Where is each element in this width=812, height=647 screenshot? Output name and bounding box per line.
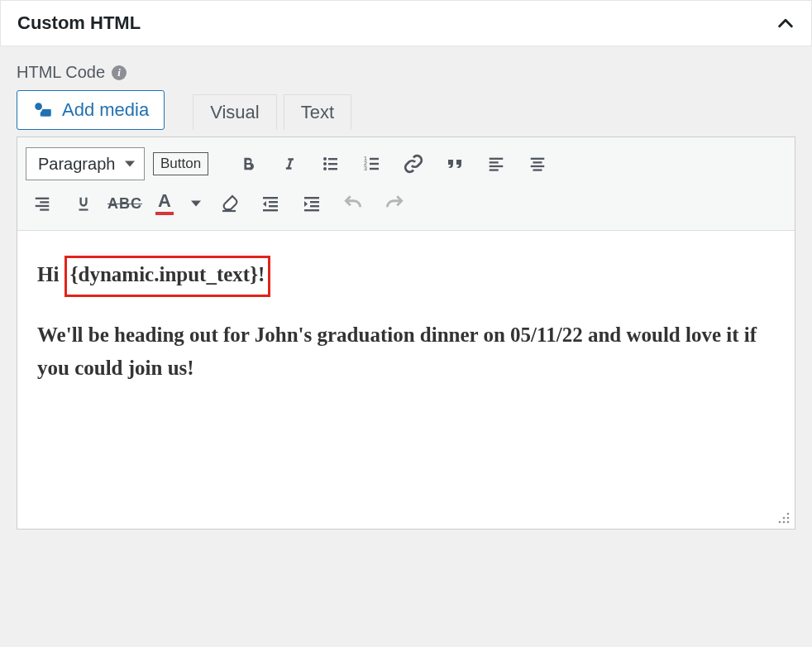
svg-rect-9 (370, 158, 379, 160)
bold-button[interactable] (232, 147, 265, 180)
editor-box: Paragraph Button 123 (17, 137, 795, 530)
svg-point-2 (323, 157, 327, 161)
svg-rect-34 (304, 209, 319, 211)
strikethrough-button[interactable]: ABC (108, 187, 141, 220)
svg-rect-15 (490, 161, 499, 163)
svg-rect-1 (42, 109, 51, 117)
svg-rect-19 (533, 161, 542, 163)
svg-rect-20 (531, 165, 545, 167)
svg-rect-13 (370, 168, 379, 170)
svg-rect-27 (263, 197, 278, 199)
svg-rect-16 (490, 165, 504, 167)
clear-formatting-button[interactable] (213, 187, 246, 220)
svg-rect-11 (370, 163, 379, 165)
bullet-list-button[interactable] (314, 147, 347, 180)
blockquote-button[interactable] (438, 147, 471, 180)
svg-point-40 (779, 521, 781, 524)
link-button[interactable] (397, 147, 430, 180)
svg-rect-29 (269, 205, 278, 207)
svg-rect-28 (269, 201, 278, 203)
svg-rect-31 (304, 197, 319, 199)
svg-rect-14 (490, 158, 504, 160)
info-icon[interactable]: i (112, 65, 127, 80)
align-right-button[interactable] (26, 187, 59, 220)
undo-button[interactable] (337, 187, 370, 220)
panel-header[interactable]: Custom HTML (1, 1, 811, 46)
svg-point-36 (787, 517, 790, 520)
add-media-label: Add media (62, 99, 149, 121)
text-color-button[interactable]: A (150, 187, 179, 220)
svg-point-6 (323, 167, 327, 170)
content-greeting: Hi (37, 263, 64, 285)
format-select[interactable]: Paragraph (26, 147, 145, 180)
indent-button[interactable] (295, 187, 328, 220)
numbered-list-button[interactable]: 123 (356, 147, 389, 180)
add-media-button[interactable]: Add media (17, 90, 165, 130)
media-icon (32, 99, 54, 121)
svg-rect-30 (263, 209, 278, 211)
insert-button-chip[interactable]: Button (153, 152, 208, 175)
content-line-2: We'll be heading out for John's graduati… (37, 319, 775, 385)
svg-rect-3 (328, 158, 337, 160)
content-line-1: Hi {dynamic.input_text}! (37, 256, 775, 297)
svg-rect-21 (533, 169, 542, 170)
editor-content[interactable]: Hi {dynamic.input_text}! We'll be headin… (17, 231, 795, 529)
redo-button[interactable] (378, 187, 411, 220)
svg-rect-32 (310, 201, 319, 203)
svg-rect-26 (79, 208, 88, 210)
text-color-dropdown[interactable] (188, 187, 204, 220)
resize-grip-icon[interactable] (776, 510, 791, 525)
svg-rect-25 (40, 208, 49, 210)
outdent-button[interactable] (254, 187, 287, 220)
editor-toolbar: Paragraph Button 123 (17, 137, 795, 231)
svg-rect-18 (531, 158, 545, 160)
svg-point-37 (783, 517, 786, 520)
svg-point-35 (787, 513, 790, 515)
italic-button[interactable] (273, 147, 306, 180)
dynamic-placeholder-highlight: {dynamic.input_text}! (64, 256, 271, 297)
svg-point-39 (783, 521, 786, 524)
svg-rect-23 (40, 201, 49, 203)
svg-rect-33 (310, 205, 319, 207)
panel-title: Custom HTML (17, 12, 141, 34)
underline-button[interactable] (67, 187, 100, 220)
svg-rect-24 (36, 205, 50, 207)
svg-rect-7 (328, 168, 337, 170)
tab-visual[interactable]: Visual (193, 94, 277, 130)
svg-rect-22 (36, 198, 50, 199)
tab-text[interactable]: Text (284, 94, 351, 130)
chevron-up-icon (776, 14, 795, 32)
svg-point-4 (323, 162, 327, 165)
svg-rect-17 (490, 169, 499, 170)
svg-point-0 (35, 103, 42, 110)
align-center-button[interactable] (521, 147, 554, 180)
align-left-button[interactable] (480, 147, 513, 180)
svg-text:3: 3 (364, 165, 367, 171)
svg-point-38 (787, 521, 790, 524)
field-label: HTML Code (17, 63, 105, 82)
svg-rect-5 (328, 163, 337, 165)
